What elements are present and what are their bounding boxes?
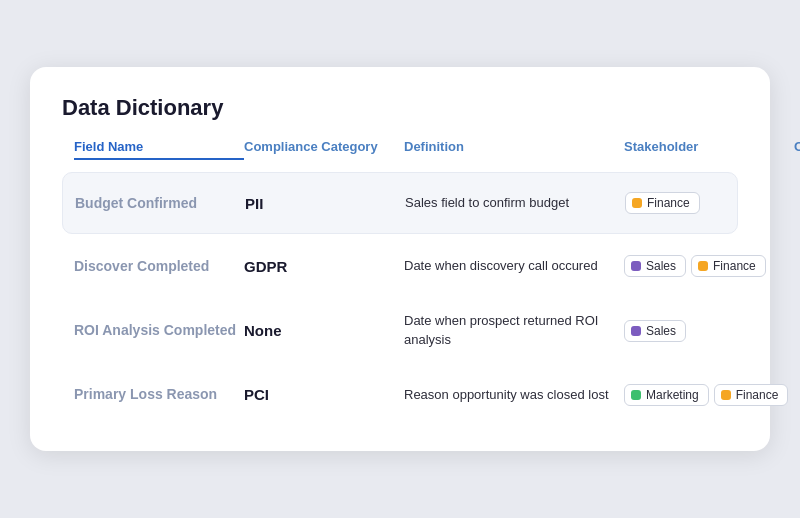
cell-owner xyxy=(794,315,800,347)
table-row[interactable]: Budget ConfirmedPIISales field to confir… xyxy=(62,172,738,234)
th-stakeholder[interactable]: Stakeholder xyxy=(624,139,794,160)
cell-definition: Reason opportunity was closed lost xyxy=(404,386,624,404)
stakeholder-badge: Marketing xyxy=(624,384,709,406)
cell-owner xyxy=(794,379,800,411)
table-row[interactable]: Primary Loss ReasonPCIReason opportunity… xyxy=(62,365,738,425)
badge-label: Finance xyxy=(713,259,756,273)
cell-compliance: None xyxy=(244,322,404,339)
badge-dot xyxy=(721,390,731,400)
cell-stakeholders: SalesFinance xyxy=(624,255,794,277)
cell-definition: Date when discovery call occured xyxy=(404,257,624,275)
cell-stakeholders: MarketingFinance xyxy=(624,384,794,406)
badge-label: Finance xyxy=(736,388,779,402)
cell-definition: Date when prospect returned ROI analysis xyxy=(404,312,624,348)
cell-field-name: Discover Completed xyxy=(74,257,244,277)
cell-definition: Sales field to confirm budget xyxy=(405,194,625,212)
badge-dot xyxy=(631,326,641,336)
th-owner[interactable]: Owner xyxy=(794,139,800,160)
badge-dot xyxy=(698,261,708,271)
card-title: Data Dictionary xyxy=(62,95,738,121)
table-row[interactable]: ROI Analysis CompletedNoneDate when pros… xyxy=(62,298,738,362)
cell-compliance: PII xyxy=(245,195,405,212)
cell-owner xyxy=(795,187,800,219)
table-header: Field Name Compliance Category Definitio… xyxy=(62,139,738,168)
cell-compliance: GDPR xyxy=(244,258,404,275)
stakeholder-badge: Finance xyxy=(691,255,766,277)
cell-compliance: PCI xyxy=(244,386,404,403)
badge-label: Marketing xyxy=(646,388,699,402)
cell-field-name: Budget Confirmed xyxy=(75,194,245,214)
table-row[interactable]: Discover CompletedGDPRDate when discover… xyxy=(62,236,738,296)
cell-field-name: ROI Analysis Completed xyxy=(74,321,244,341)
stakeholder-badge: Finance xyxy=(714,384,789,406)
th-field-name[interactable]: Field Name xyxy=(74,139,244,160)
badge-label: Sales xyxy=(646,259,676,273)
stakeholder-badge: Sales xyxy=(624,255,686,277)
cell-stakeholders: Finance xyxy=(625,192,795,214)
badge-label: Finance xyxy=(647,196,690,210)
badge-dot xyxy=(632,198,642,208)
badge-dot xyxy=(631,261,641,271)
cell-owner xyxy=(794,250,800,282)
th-compliance[interactable]: Compliance Category xyxy=(244,139,404,160)
badge-dot xyxy=(631,390,641,400)
data-dictionary-card: Data Dictionary Field Name Compliance Ca… xyxy=(30,67,770,450)
stakeholder-badge: Sales xyxy=(624,320,686,342)
badge-label: Sales xyxy=(646,324,676,338)
cell-stakeholders: Sales xyxy=(624,320,794,342)
cell-field-name: Primary Loss Reason xyxy=(74,385,244,405)
th-definition[interactable]: Definition xyxy=(404,139,624,160)
stakeholder-badge: Finance xyxy=(625,192,700,214)
table-body: Budget ConfirmedPIISales field to confir… xyxy=(62,172,738,424)
